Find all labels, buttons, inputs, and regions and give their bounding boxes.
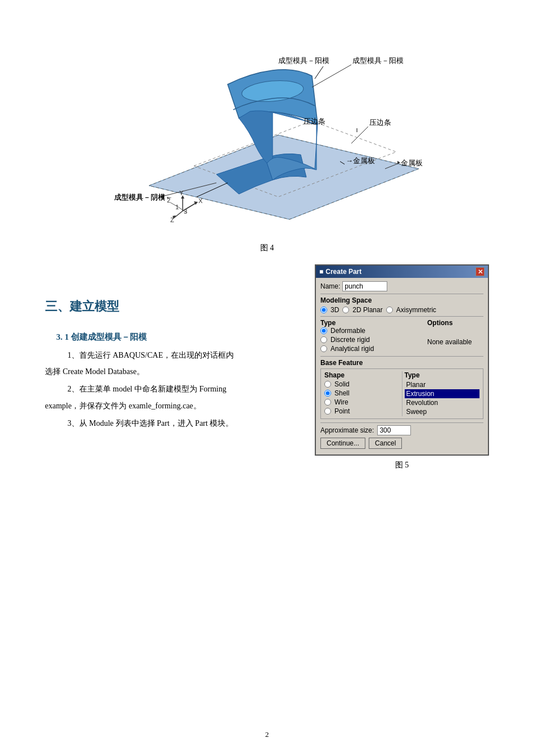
modeling-space-options: 3D 2D Planar Axisymmetric bbox=[320, 306, 483, 314]
right-content: ■ Create Part ✕ Name: Modeling Space bbox=[315, 264, 489, 470]
svg-text:Y: Y bbox=[179, 190, 184, 196]
type-discrete-row: Discrete rigid bbox=[320, 336, 423, 344]
svg-line-18 bbox=[312, 65, 351, 87]
dialog-buttons-row: Continue... Cancel bbox=[320, 438, 483, 449]
modeling-space-title: Modeling Space bbox=[320, 296, 483, 304]
shape-point-row: Point bbox=[324, 407, 400, 415]
shape-wire-label: Wire bbox=[334, 398, 349, 406]
page: Y X Z 2 1 3 bbox=[0, 0, 534, 756]
figure4-svg: Y X Z 2 1 3 bbox=[104, 22, 430, 236]
dialog-body: Name: Modeling Space 3D 2D Planar Axisym… bbox=[316, 278, 488, 454]
create-part-dialog: ■ Create Part ✕ Name: Modeling Space bbox=[315, 264, 489, 456]
shape-shell-row: Shell bbox=[324, 389, 400, 397]
dialog-titlebar: ■ Create Part ✕ bbox=[316, 266, 488, 278]
label-yinmo-text: 成型模具－阴模← bbox=[114, 193, 173, 201]
base-feature-inner: Shape Solid Shell bbox=[324, 371, 479, 416]
type-extrusion[interactable]: Extrusion bbox=[405, 389, 480, 398]
base-feature-title: Base Feature bbox=[320, 359, 483, 367]
shape-solid-label: Solid bbox=[334, 380, 350, 388]
step2-line1: 2、在主菜单 model 中命名新建模型为 Forming bbox=[67, 382, 298, 396]
figure4-caption: 图 4 bbox=[260, 243, 274, 253]
type-options-row: Type Deformable Discrete rigid bbox=[320, 319, 483, 354]
svg-text:3: 3 bbox=[184, 208, 187, 215]
figure5-caption: 图 5 bbox=[315, 460, 489, 470]
type-list-col: Type Planar Extrusion Revolution Sweep bbox=[405, 371, 480, 416]
radio-solid[interactable] bbox=[324, 381, 331, 388]
radio-3d-label: 3D bbox=[331, 306, 339, 314]
shape-col: Shape Solid Shell bbox=[324, 371, 402, 416]
radio-wire[interactable] bbox=[324, 399, 331, 406]
options-label: Options bbox=[427, 319, 483, 327]
section-heading: 三、建立模型 bbox=[45, 298, 298, 318]
label-yabiaotiao-text: 压边条 bbox=[304, 117, 325, 125]
shape-solid-row: Solid bbox=[324, 380, 400, 388]
cancel-button[interactable]: Cancel bbox=[369, 438, 402, 449]
figure4-container: Y X Z 2 1 3 bbox=[104, 22, 430, 236]
options-col: Options None available bbox=[427, 319, 483, 354]
step1-line2: 选择 Create Model Database。 bbox=[45, 364, 298, 379]
section-title: 三、建立模型 bbox=[45, 298, 119, 318]
name-input[interactable] bbox=[342, 281, 387, 291]
type-deformable-label: Deformable bbox=[331, 327, 365, 335]
radio-discrete-rigid[interactable] bbox=[320, 336, 327, 343]
type-sweep[interactable]: Sweep bbox=[405, 407, 480, 416]
type-col: Type Deformable Discrete rigid bbox=[320, 319, 423, 354]
type-discrete-label: Discrete rigid bbox=[331, 336, 370, 344]
label-jinshuban-text: →金属板 bbox=[346, 156, 375, 165]
shape-shell-label: Shell bbox=[334, 389, 350, 397]
shape-col-title: Shape bbox=[324, 371, 400, 379]
step2-line2: example，并保存文件为 examle_forming.cae。 bbox=[45, 399, 298, 413]
type-analytical-label: Analytical rigid bbox=[331, 345, 374, 353]
svg-text:Z: Z bbox=[170, 217, 174, 223]
subsection1-heading: 3. 1 创建成型模具－阳模 bbox=[56, 332, 298, 343]
figure4-section: Y X Z 2 1 3 bbox=[45, 22, 489, 253]
type-revolution[interactable]: Revolution bbox=[405, 398, 480, 407]
dialog-title-icon: ■ bbox=[319, 268, 323, 276]
radio-point[interactable] bbox=[324, 408, 331, 415]
name-row: Name: bbox=[320, 281, 483, 291]
approx-size-row: Approximate size: bbox=[320, 425, 483, 435]
name-label: Name: bbox=[320, 282, 340, 290]
type-col-title: Type bbox=[405, 371, 480, 379]
options-none-text: None available bbox=[427, 338, 483, 346]
base-feature-box: Shape Solid Shell bbox=[320, 368, 483, 419]
dialog-title-text: Create Part bbox=[325, 268, 361, 276]
label-yangmo-text: 成型模具－阳模 bbox=[278, 56, 329, 65]
type-analytical-row: Analytical rigid bbox=[320, 345, 423, 353]
svg-text:X: X bbox=[198, 197, 203, 204]
radio-deformable[interactable] bbox=[320, 327, 327, 334]
shape-point-label: Point bbox=[334, 407, 350, 415]
left-content: 三、建立模型 3. 1 创建成型模具－阳模 1、首先运行 ABAQUS/CAE，… bbox=[45, 264, 298, 433]
radio-shell[interactable] bbox=[324, 390, 331, 397]
radio-2d-label: 2D Planar bbox=[352, 306, 382, 314]
dialog-close-button[interactable]: ✕ bbox=[476, 267, 485, 276]
radio-analytical-rigid[interactable] bbox=[320, 345, 327, 352]
type-planar[interactable]: Planar bbox=[405, 380, 480, 389]
radio-axisymmetric-label: Axisymmetric bbox=[396, 306, 436, 314]
type-deformable-row: Deformable bbox=[320, 327, 423, 335]
step1-line1: 1、首先运行 ABAQUS/CAE，在出现的对话框内 bbox=[67, 348, 298, 362]
continue-button[interactable]: Continue... bbox=[320, 438, 365, 449]
radio-axisymmetric[interactable] bbox=[386, 307, 393, 313]
shape-wire-row: Wire bbox=[324, 398, 400, 406]
bottom-section: 三、建立模型 3. 1 创建成型模具－阳模 1、首先运行 ABAQUS/CAE，… bbox=[45, 264, 489, 470]
approx-size-input[interactable] bbox=[377, 425, 411, 435]
radio-2d[interactable] bbox=[342, 307, 349, 313]
step3: 3、从 Module 列表中选择 Part，进入 Part 模块。 bbox=[67, 416, 298, 430]
label-jinshuban: 金属板 bbox=[401, 159, 423, 167]
label-yangmo: 成型模具－阳模 bbox=[352, 56, 404, 65]
page-number: 2 bbox=[265, 730, 269, 739]
dialog-titlebar-left: ■ Create Part bbox=[319, 268, 361, 276]
svg-line-24 bbox=[315, 66, 323, 79]
approx-size-label: Approximate size: bbox=[320, 426, 374, 434]
radio-3d[interactable] bbox=[320, 307, 327, 313]
type-label: Type bbox=[320, 319, 423, 327]
svg-line-10 bbox=[174, 211, 183, 218]
label-yabiaotiao: 压边条 bbox=[369, 118, 391, 127]
